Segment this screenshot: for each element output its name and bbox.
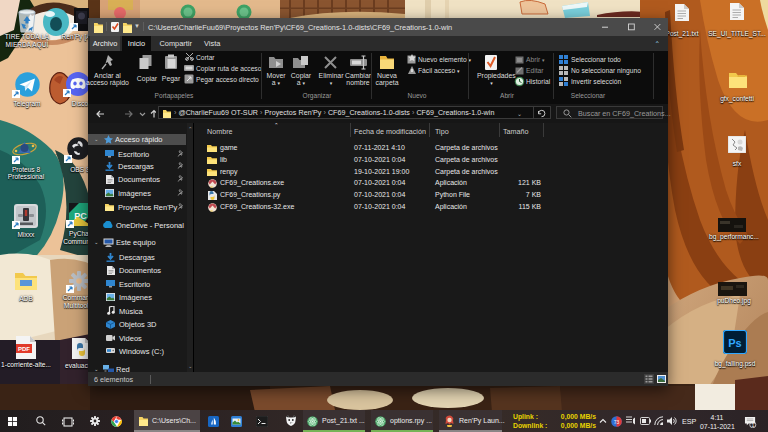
svg-text:73: 73 [614,418,620,424]
svg-text:Ps: Ps [728,337,741,349]
svg-text:PDF: PDF [18,346,30,352]
svg-text:PC: PC [74,211,87,221]
svg-text:1: 1 [751,421,754,427]
